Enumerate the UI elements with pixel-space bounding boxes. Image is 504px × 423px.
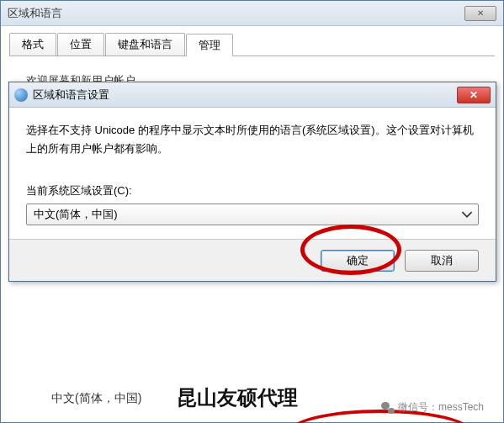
current-locale-text: 中文(简体，中国) [26, 391, 478, 406]
dialog-titlebar[interactable]: 区域和语言设置 ✕ [9, 82, 496, 108]
globe-icon [14, 88, 28, 102]
close-icon[interactable]: ✕ [464, 6, 496, 21]
window-title: 区域和语言 [8, 6, 464, 21]
region-language-settings-dialog: 区域和语言设置 ✕ 选择在不支持 Unicode 的程序中显示文本时所使用的语言… [8, 82, 496, 282]
cancel-button[interactable]: 取消 [405, 250, 479, 272]
combobox-value: 中文(简体，中国) [34, 207, 118, 222]
system-locale-combobox[interactable]: 中文(简体，中国) [26, 204, 479, 225]
tab-strip: 格式 位置 键盘和语言 管理 [1, 26, 503, 56]
dialog-description: 选择在不支持 Unicode 的程序中显示文本时所使用的语言(系统区域设置)。这… [26, 121, 479, 158]
close-icon[interactable]: ✕ [457, 87, 491, 103]
dialog-body: 选择在不支持 Unicode 的程序中显示文本时所使用的语言(系统区域设置)。这… [9, 108, 496, 239]
tab-admin[interactable]: 管理 [186, 34, 233, 56]
dialog-title: 区域和语言设置 [33, 87, 457, 103]
locale-field-label: 当前系统区域设置(C): [26, 183, 479, 198]
dialog-button-bar: 确定 取消 [9, 239, 496, 281]
tab-location[interactable]: 位置 [57, 33, 104, 56]
annotation-circle-icon [288, 410, 473, 423]
window-titlebar[interactable]: 区域和语言 ✕ [1, 1, 503, 26]
tab-keyboard[interactable]: 键盘和语言 [105, 33, 185, 56]
chevron-down-icon [461, 209, 473, 220]
ok-button[interactable]: 确定 [321, 250, 395, 272]
tab-format[interactable]: 格式 [9, 33, 56, 56]
